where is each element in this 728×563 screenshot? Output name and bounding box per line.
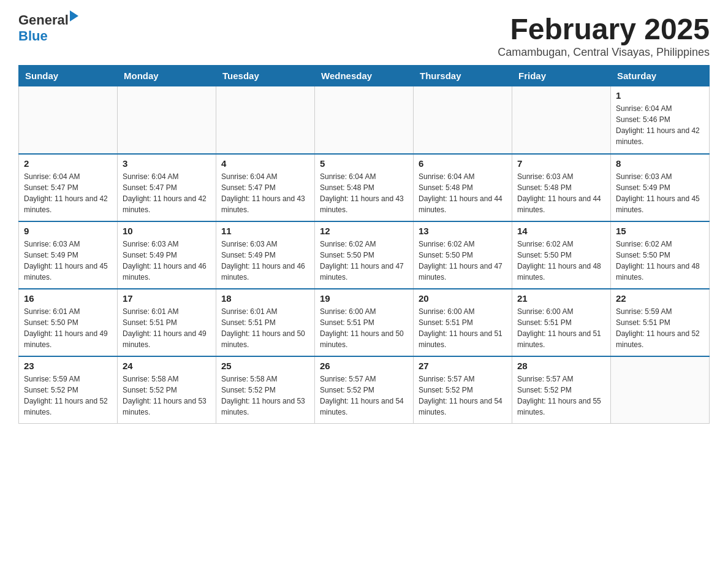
day-number: 1: [616, 90, 704, 101]
day-info: Sunrise: 5:59 AMSunset: 5:52 PMDaylight:…: [24, 373, 112, 418]
table-row: [118, 86, 216, 154]
day-number: 27: [419, 361, 507, 371]
table-row: 13Sunrise: 6:02 AMSunset: 5:50 PMDayligh…: [414, 221, 512, 289]
weekday-header-saturday: Saturday: [611, 66, 710, 86]
day-info: Sunrise: 6:02 AMSunset: 5:50 PMDaylight:…: [517, 239, 605, 283]
location-title: Camambugan, Central Visayas, Philippines: [498, 46, 710, 59]
page-header: General Blue February 2025 Camambugan, C…: [18, 12, 710, 59]
day-number: 19: [320, 293, 408, 304]
table-row: 10Sunrise: 6:03 AMSunset: 5:49 PMDayligh…: [118, 221, 216, 289]
day-info: Sunrise: 6:01 AMSunset: 5:51 PMDaylight:…: [221, 306, 309, 350]
table-row: 2Sunrise: 6:04 AMSunset: 5:47 PMDaylight…: [19, 154, 118, 221]
day-number: 11: [221, 226, 309, 236]
day-number: 16: [24, 293, 112, 304]
day-number: 3: [123, 158, 211, 169]
day-number: 12: [320, 226, 408, 236]
table-row: [512, 86, 611, 154]
day-info: Sunrise: 6:04 AMSunset: 5:47 PMDaylight:…: [123, 171, 211, 215]
table-row: [216, 86, 315, 154]
day-number: 21: [517, 293, 605, 304]
table-row: 6Sunrise: 6:04 AMSunset: 5:48 PMDaylight…: [414, 154, 512, 221]
table-row: 21Sunrise: 6:00 AMSunset: 5:51 PMDayligh…: [512, 289, 611, 356]
table-row: [414, 86, 512, 154]
day-info: Sunrise: 6:00 AMSunset: 5:51 PMDaylight:…: [517, 306, 605, 350]
day-number: 18: [221, 293, 309, 304]
day-number: 24: [123, 361, 211, 371]
day-number: 6: [419, 158, 507, 169]
calendar-week-row: 9Sunrise: 6:03 AMSunset: 5:49 PMDaylight…: [19, 221, 710, 289]
logo-general-text: General: [18, 12, 69, 28]
day-number: 7: [517, 158, 605, 169]
weekday-header-thursday: Thursday: [414, 66, 512, 86]
day-info: Sunrise: 6:00 AMSunset: 5:51 PMDaylight:…: [419, 306, 507, 350]
day-info: Sunrise: 6:01 AMSunset: 5:51 PMDaylight:…: [123, 306, 211, 350]
day-number: 2: [24, 158, 112, 169]
logo-blue-text: Blue: [18, 28, 48, 44]
table-row: 22Sunrise: 5:59 AMSunset: 5:51 PMDayligh…: [611, 289, 710, 356]
table-row: 19Sunrise: 6:00 AMSunset: 5:51 PMDayligh…: [315, 289, 414, 356]
day-info: Sunrise: 6:03 AMSunset: 5:49 PMDaylight:…: [24, 239, 112, 283]
day-info: Sunrise: 6:03 AMSunset: 5:49 PMDaylight:…: [616, 171, 704, 215]
day-number: 15: [616, 226, 704, 236]
day-info: Sunrise: 6:01 AMSunset: 5:50 PMDaylight:…: [24, 306, 112, 350]
day-number: 13: [419, 226, 507, 236]
day-info: Sunrise: 5:58 AMSunset: 5:52 PMDaylight:…: [123, 373, 211, 418]
table-row: 23Sunrise: 5:59 AMSunset: 5:52 PMDayligh…: [19, 356, 118, 424]
day-info: Sunrise: 6:03 AMSunset: 5:49 PMDaylight:…: [123, 239, 211, 283]
weekday-header-friday: Friday: [512, 66, 611, 86]
day-info: Sunrise: 6:02 AMSunset: 5:50 PMDaylight:…: [419, 239, 507, 283]
weekday-header-wednesday: Wednesday: [315, 66, 414, 86]
day-info: Sunrise: 6:04 AMSunset: 5:48 PMDaylight:…: [419, 171, 507, 215]
day-info: Sunrise: 5:57 AMSunset: 5:52 PMDaylight:…: [517, 373, 605, 418]
table-row: 24Sunrise: 5:58 AMSunset: 5:52 PMDayligh…: [118, 356, 216, 424]
weekday-header-tuesday: Tuesday: [216, 66, 315, 86]
day-info: Sunrise: 5:57 AMSunset: 5:52 PMDaylight:…: [419, 373, 507, 418]
title-area: February 2025 Camambugan, Central Visaya…: [498, 12, 710, 59]
day-number: 5: [320, 158, 408, 169]
day-number: 25: [221, 361, 309, 371]
day-number: 28: [517, 361, 605, 371]
table-row: 27Sunrise: 5:57 AMSunset: 5:52 PMDayligh…: [414, 356, 512, 424]
day-number: 9: [24, 226, 112, 236]
table-row: 12Sunrise: 6:02 AMSunset: 5:50 PMDayligh…: [315, 221, 414, 289]
day-info: Sunrise: 6:04 AMSunset: 5:47 PMDaylight:…: [24, 171, 112, 215]
weekday-header-sunday: Sunday: [19, 66, 118, 86]
day-number: 26: [320, 361, 408, 371]
table-row: 1Sunrise: 6:04 AMSunset: 5:46 PMDaylight…: [611, 86, 710, 154]
day-info: Sunrise: 5:58 AMSunset: 5:52 PMDaylight:…: [221, 373, 309, 418]
weekday-header-monday: Monday: [118, 66, 216, 86]
table-row: 7Sunrise: 6:03 AMSunset: 5:48 PMDaylight…: [512, 154, 611, 221]
day-number: 14: [517, 226, 605, 236]
day-number: 17: [123, 293, 211, 304]
day-info: Sunrise: 6:04 AMSunset: 5:47 PMDaylight:…: [221, 171, 309, 215]
logo-triangle-icon: [70, 10, 78, 21]
table-row: 3Sunrise: 6:04 AMSunset: 5:47 PMDaylight…: [118, 154, 216, 221]
table-row: [315, 86, 414, 154]
table-row: 8Sunrise: 6:03 AMSunset: 5:49 PMDaylight…: [611, 154, 710, 221]
calendar-week-row: 2Sunrise: 6:04 AMSunset: 5:47 PMDaylight…: [19, 154, 710, 221]
day-info: Sunrise: 6:03 AMSunset: 5:49 PMDaylight:…: [221, 239, 309, 283]
day-info: Sunrise: 6:02 AMSunset: 5:50 PMDaylight:…: [616, 239, 704, 283]
calendar-week-row: 16Sunrise: 6:01 AMSunset: 5:50 PMDayligh…: [19, 289, 710, 356]
table-row: 17Sunrise: 6:01 AMSunset: 5:51 PMDayligh…: [118, 289, 216, 356]
day-info: Sunrise: 5:57 AMSunset: 5:52 PMDaylight:…: [320, 373, 408, 418]
day-info: Sunrise: 6:04 AMSunset: 5:48 PMDaylight:…: [320, 171, 408, 215]
day-info: Sunrise: 5:59 AMSunset: 5:51 PMDaylight:…: [616, 306, 704, 350]
table-row: 5Sunrise: 6:04 AMSunset: 5:48 PMDaylight…: [315, 154, 414, 221]
calendar-week-row: 23Sunrise: 5:59 AMSunset: 5:52 PMDayligh…: [19, 356, 710, 424]
table-row: 15Sunrise: 6:02 AMSunset: 5:50 PMDayligh…: [611, 221, 710, 289]
day-info: Sunrise: 6:04 AMSunset: 5:46 PMDaylight:…: [616, 103, 704, 147]
table-row: [611, 356, 710, 424]
day-number: 23: [24, 361, 112, 371]
table-row: 28Sunrise: 5:57 AMSunset: 5:52 PMDayligh…: [512, 356, 611, 424]
table-row: 20Sunrise: 6:00 AMSunset: 5:51 PMDayligh…: [414, 289, 512, 356]
day-info: Sunrise: 6:03 AMSunset: 5:48 PMDaylight:…: [517, 171, 605, 215]
day-info: Sunrise: 6:00 AMSunset: 5:51 PMDaylight:…: [320, 306, 408, 350]
day-number: 10: [123, 226, 211, 236]
day-number: 8: [616, 158, 704, 169]
day-number: 22: [616, 293, 704, 304]
table-row: 14Sunrise: 6:02 AMSunset: 5:50 PMDayligh…: [512, 221, 611, 289]
day-info: Sunrise: 6:02 AMSunset: 5:50 PMDaylight:…: [320, 239, 408, 283]
day-number: 20: [419, 293, 507, 304]
table-row: 4Sunrise: 6:04 AMSunset: 5:47 PMDaylight…: [216, 154, 315, 221]
